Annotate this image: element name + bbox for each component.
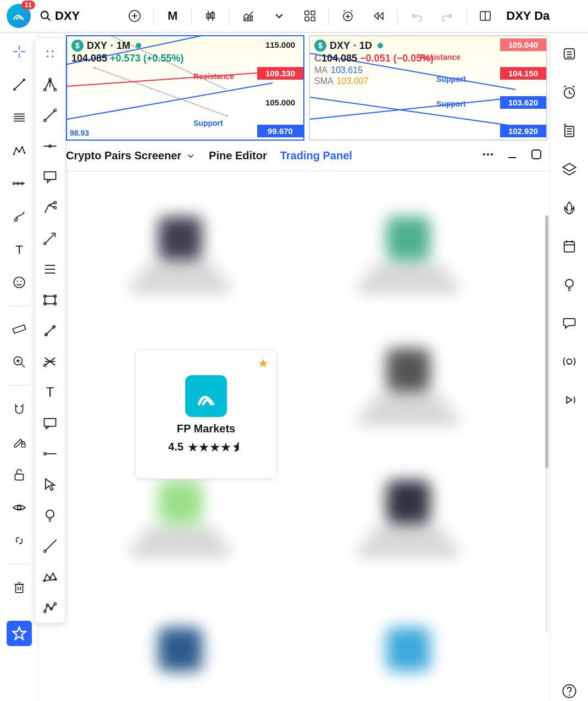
- line-icon: [42, 108, 58, 123]
- eye-icon: [12, 500, 26, 515]
- brush-tool[interactable]: [9, 207, 29, 226]
- flyout-callout[interactable]: [40, 167, 60, 187]
- left-toolbar: T: [0, 33, 38, 701]
- chart-symbol[interactable]: DXY: [330, 40, 350, 52]
- ruler-tool[interactable]: [9, 319, 29, 339]
- favorites-button[interactable]: [7, 621, 32, 646]
- tab-screener[interactable]: Crypto Pairs Screener: [66, 149, 196, 162]
- svg-point-38: [24, 152, 25, 154]
- chart-pane-monthly[interactable]: Resistance Support $ DXY · 1M 104.085 +0…: [66, 35, 304, 141]
- flyout-hray[interactable]: [40, 444, 60, 464]
- crosshair-tool[interactable]: [9, 42, 29, 62]
- bulb-icon: [42, 508, 58, 523]
- chat-button[interactable]: [559, 313, 579, 333]
- pattern-tool[interactable]: [9, 141, 29, 160]
- price-axis[interactable]: 115.000 109.330 105.000 99.670: [257, 36, 303, 140]
- interval-button[interactable]: M: [159, 3, 186, 29]
- streams-button[interactable]: [559, 352, 579, 371]
- symbol-search[interactable]: DXY: [40, 9, 80, 23]
- flyout-trendline2[interactable]: [40, 321, 60, 341]
- flyout-fork[interactable]: [40, 198, 60, 218]
- minimize-button[interactable]: [506, 148, 519, 164]
- layout-name[interactable]: DXY Da: [506, 9, 550, 23]
- flyout-ray[interactable]: [40, 536, 60, 556]
- chart-trendline: [310, 97, 518, 120]
- ideas-button[interactable]: [559, 275, 579, 294]
- magnet-tool[interactable]: [9, 399, 29, 419]
- price-label: 115.000: [257, 38, 303, 51]
- flyout-hline[interactable]: [40, 136, 60, 156]
- replay-button[interactable]: [365, 3, 392, 29]
- alert-button[interactable]: [335, 3, 361, 29]
- chart-change: −0.051: [360, 53, 391, 64]
- svg-text:+: +: [563, 123, 567, 129]
- help-button[interactable]: [559, 681, 579, 701]
- price-axis[interactable]: 105.040 104.150 103.620 102.920: [500, 36, 546, 140]
- data-window-button[interactable]: [559, 159, 579, 179]
- cursor-icon: [42, 477, 58, 492]
- flyout-text[interactable]: T: [40, 382, 60, 402]
- rewind-icon: [372, 9, 385, 23]
- svg-point-109: [487, 153, 489, 155]
- svg-point-134: [567, 359, 572, 364]
- layout-button[interactable]: [472, 3, 498, 29]
- flyout-idea[interactable]: [40, 505, 60, 525]
- alerts-button[interactable]: [559, 82, 579, 102]
- resistance-label: Resistance: [193, 72, 234, 81]
- chart-pane-daily[interactable]: Resistance Support Support $ DXY · 1D C1…: [309, 35, 547, 141]
- flyout-regression[interactable]: [40, 352, 60, 371]
- chart-symbol[interactable]: DXY: [87, 40, 107, 52]
- fib-tool[interactable]: [9, 108, 29, 127]
- calendar-button[interactable]: [559, 236, 579, 256]
- watchlist-button[interactable]: [559, 44, 579, 64]
- plus-circle-icon: [128, 9, 141, 23]
- flyout-line[interactable]: [40, 105, 60, 125]
- maximize-button[interactable]: [530, 148, 543, 164]
- news-button[interactable]: +: [559, 121, 579, 141]
- flyout-pitchfork[interactable]: [40, 75, 60, 94]
- tab-trading-panel[interactable]: Trading Panel: [280, 149, 352, 162]
- scrollbar-thumb[interactable]: [545, 215, 548, 468]
- flyout-xabcd[interactable]: [40, 567, 60, 587]
- flyout-handle[interactable]: [40, 44, 60, 64]
- indicators-button[interactable]: [235, 3, 262, 29]
- forecast-tool[interactable]: [9, 174, 29, 193]
- lock-drawing-tool[interactable]: [9, 432, 29, 452]
- flyout-polyline[interactable]: [40, 598, 60, 617]
- favorite-star-icon[interactable]: ★: [258, 357, 269, 371]
- unlock-tool[interactable]: [9, 465, 29, 485]
- add-button[interactable]: [121, 3, 148, 29]
- templates-button[interactable]: [297, 3, 323, 29]
- flyout-parallel-lines[interactable]: [40, 259, 60, 279]
- flyout-arrow[interactable]: [40, 229, 60, 248]
- candlestick-icon: [204, 9, 217, 23]
- price-label: 109.330: [257, 67, 303, 80]
- indicators-dropdown[interactable]: [266, 3, 292, 29]
- redo-button[interactable]: [434, 3, 461, 29]
- tab-pine-editor[interactable]: Pine Editor: [209, 149, 267, 162]
- chart-style-button[interactable]: [197, 3, 224, 29]
- ray-icon: [42, 538, 58, 554]
- zoom-tool[interactable]: [9, 352, 29, 372]
- undo-button[interactable]: [403, 3, 430, 29]
- svg-rect-112: [532, 150, 541, 159]
- visibility-tool[interactable]: [9, 498, 29, 518]
- rating-stars: ★★★★⯨: [188, 441, 244, 454]
- broker-card-fp-markets[interactable]: ★ FP Markets 4.5 ★★★★⯨: [135, 349, 277, 479]
- more-button[interactable]: [481, 148, 495, 164]
- trash-tool[interactable]: [9, 577, 29, 597]
- text-tool[interactable]: T: [9, 240, 29, 259]
- scrollbar[interactable]: [545, 215, 548, 633]
- link-tool[interactable]: [9, 531, 29, 550]
- play-button[interactable]: [559, 390, 579, 410]
- app-logo[interactable]: 11: [7, 4, 31, 28]
- trendline-tool[interactable]: [9, 75, 29, 94]
- divider: [8, 305, 30, 306]
- notification-badge[interactable]: 11: [21, 1, 35, 9]
- flyout-textbox[interactable]: [40, 413, 60, 433]
- flyout-rectangle[interactable]: [40, 290, 60, 310]
- flyout-cursor[interactable]: [40, 475, 60, 494]
- hotlist-button[interactable]: [559, 198, 579, 218]
- forecast-icon: [12, 176, 26, 191]
- emoji-tool[interactable]: [9, 272, 29, 292]
